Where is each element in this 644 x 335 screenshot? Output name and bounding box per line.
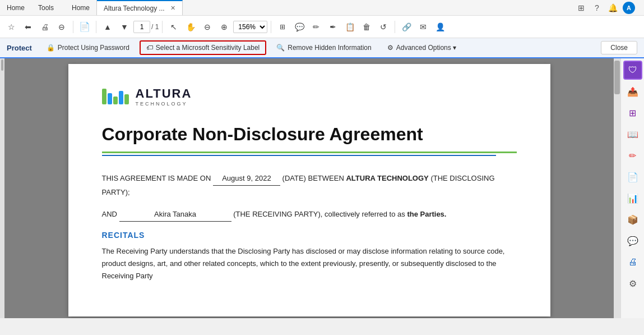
top-right-icons: ⊞ ? 🔔 A [576, 2, 640, 14]
remove-hidden-btn[interactable]: 🔍 Remove Hidden Information [271, 42, 377, 54]
logo-sub-text: TECHNOLOGY [136, 101, 192, 107]
page-input[interactable] [133, 21, 150, 33]
back-btn[interactable]: ⬅ [20, 19, 36, 35]
user-btn[interactable]: 👤 [432, 19, 448, 35]
notification-icon[interactable]: 🔔 [607, 2, 618, 13]
logo-icon [102, 89, 129, 104]
rotate-btn[interactable]: ↺ [376, 19, 391, 35]
menu-home[interactable]: Home [4, 3, 27, 13]
help-icon[interactable]: ? [591, 2, 603, 13]
zoom-out-btn[interactable]: ⊖ [200, 19, 215, 35]
doc-title: Corporate Non-Disclosure Agreement [102, 123, 517, 145]
parties-label: the Parties. [407, 210, 446, 218]
recitals-title: RECITALS [102, 231, 517, 240]
lock-icon: 🔒 [47, 44, 55, 52]
connect-icon[interactable]: ⊞ [576, 2, 587, 13]
main-area: ALTURA TECHNOLOGY Corporate Non-Disclosu… [0, 58, 644, 318]
pdf-scrollbar[interactable] [614, 58, 620, 318]
avatar[interactable]: A [623, 2, 635, 14]
left-scroll-thumb [1, 59, 3, 71]
bookmark-btn[interactable]: ☆ [3, 19, 19, 35]
sidebar-print-icon[interactable]: 🖨 [623, 253, 642, 272]
logo-main-text: ALTURA [136, 86, 192, 101]
pdf-page: ALTURA TECHNOLOGY Corporate Non-Disclosu… [68, 64, 550, 316]
sidebar-read-icon[interactable]: 📖 [623, 125, 642, 144]
green-line [102, 152, 517, 153]
link-btn[interactable]: 🔗 [399, 19, 414, 35]
sidebar-package-icon[interactable]: 📦 [623, 210, 642, 229]
agreement-line1: THIS AGREEMENT IS MADE ON August 9, 2022… [102, 172, 517, 199]
party-name: ALTURA TECHNOLOGY [346, 174, 428, 182]
email-btn[interactable]: ✉ [415, 19, 431, 35]
left-scroll [0, 58, 4, 318]
hidden-icon: 🔍 [276, 44, 285, 52]
options-icon: ⚙ [387, 44, 393, 52]
tab-close-icon[interactable]: ✕ [170, 4, 175, 12]
blue-line [102, 155, 496, 156]
sep3 [162, 21, 163, 33]
zoom-in-btn[interactable]: ⊕ [216, 19, 232, 35]
zoom-select[interactable]: 156% 100% 75% [233, 21, 267, 33]
sidebar-export-icon[interactable]: 📤 [623, 82, 642, 101]
sep2 [96, 21, 96, 33]
sep1 [73, 21, 73, 33]
sidebar-shield-icon[interactable]: 🛡 [623, 61, 642, 80]
logo-text: ALTURA TECHNOLOGY [136, 86, 192, 107]
new-doc-btn[interactable]: 📄 [77, 19, 92, 35]
sidebar-compare-icon[interactable]: ⊞ [623, 103, 642, 122]
zoom-fit-btn[interactable]: ⊖ [54, 19, 70, 35]
menu-tools[interactable]: Tools [36, 3, 56, 13]
right-sidebar: 🛡 📤 ⊞ 📖 ✏ 📄 📊 📦 💬 🖨 ⚙ [620, 58, 644, 318]
sep4 [271, 21, 271, 33]
menu-bar: Home Tools Home Altura Technology ... ✕ … [0, 0, 644, 16]
sign-btn[interactable]: ✒ [325, 19, 341, 35]
tab-home[interactable]: Home [65, 0, 97, 15]
sidebar-redact-icon[interactable]: ✏ [623, 146, 642, 165]
agreement-line2: AND Akira Tanaka (THE RECEIVING PARTY), … [102, 208, 517, 221]
page-total: / 1 [151, 23, 159, 31]
protect-bar: Protect 🔒 Protect Using Password 🏷 Selec… [0, 38, 644, 58]
select-cursor-btn[interactable]: ↖ [166, 19, 182, 35]
date-field: August 9, 2022 [213, 172, 280, 185]
sep5 [395, 21, 395, 33]
logo-area: ALTURA TECHNOLOGY [102, 86, 517, 107]
print-btn[interactable]: 🖨 [37, 19, 53, 35]
sidebar-pdf-create-icon[interactable]: 📄 [623, 167, 642, 186]
recitals-text: The Receiving Party understands that the… [102, 245, 517, 282]
prev-page-btn[interactable]: ▲ [100, 19, 115, 35]
close-protect-btn[interactable]: Close [601, 41, 637, 54]
sensitivity-label-btn[interactable]: 🏷 Select a Microsoft Sensitivity Label [140, 40, 266, 55]
crop-btn[interactable]: ⊞ [275, 19, 290, 35]
page-nav: / 1 [133, 21, 159, 33]
divider-lines [102, 152, 517, 156]
receiving-party-field: Akira Tanaka [119, 208, 231, 221]
sidebar-chat-icon[interactable]: 💬 [623, 231, 642, 250]
delete-btn[interactable]: 🗑 [359, 19, 374, 35]
hand-tool-btn[interactable]: ✋ [183, 19, 198, 35]
tab-doc[interactable]: Altura Technology ... ✕ [97, 0, 183, 15]
comment-btn[interactable]: 💬 [291, 19, 307, 35]
sidebar-wrench-icon[interactable]: ⚙ [623, 274, 642, 293]
clipboard-btn[interactable]: 📋 [342, 19, 358, 35]
pdf-content[interactable]: ALTURA TECHNOLOGY Corporate Non-Disclosu… [4, 58, 614, 318]
protect-password-btn[interactable]: 🔒 Protect Using Password [41, 42, 135, 54]
pdf-scroll-thumb[interactable] [614, 61, 620, 94]
advanced-options-btn[interactable]: ⚙ Advanced Options ▾ [382, 42, 462, 54]
protect-label: Protect [7, 44, 32, 52]
toolbar: ☆ ⬅ 🖨 ⊖ 📄 ▲ ▼ / 1 ↖ ✋ ⊖ ⊕ 156% 100% 75% … [0, 16, 644, 38]
next-page-btn[interactable]: ▼ [117, 19, 132, 35]
annotate-btn[interactable]: ✏ [308, 19, 324, 35]
tab-bar: Home Altura Technology ... ✕ ⊞ ? 🔔 A [65, 0, 640, 15]
label-icon: 🏷 [146, 44, 153, 52]
sidebar-table-icon[interactable]: 📊 [623, 189, 642, 208]
